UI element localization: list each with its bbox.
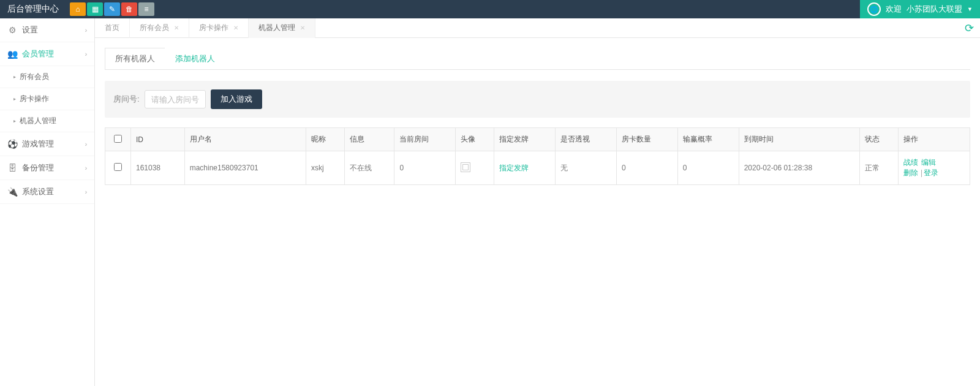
sub-label: 所有会员 bbox=[20, 72, 49, 82]
cell-status: 正常 bbox=[859, 151, 898, 185]
th-win-rate: 输赢概率 bbox=[677, 128, 739, 151]
sub-tab-all-robots[interactable]: 所有机器人 bbox=[105, 48, 165, 69]
sub-tab-add-robot[interactable]: 添加机器人 bbox=[165, 48, 225, 69]
chevron-right-icon: › bbox=[85, 189, 87, 195]
grid-button[interactable]: ▦ bbox=[87, 2, 103, 16]
cell-info: 不在线 bbox=[344, 151, 394, 185]
sub-label: 机器人管理 bbox=[20, 116, 56, 126]
close-icon[interactable]: ✕ bbox=[233, 25, 238, 31]
cell-expire: 2020-02-06 01:28:38 bbox=[739, 151, 859, 185]
broken-image-icon bbox=[461, 162, 470, 172]
username: 小苏团队大联盟 bbox=[907, 4, 962, 15]
cell-assign-card: 指定发牌 bbox=[494, 151, 556, 185]
tab-all-members[interactable]: 所有会员 ✕ bbox=[130, 18, 189, 38]
sidebar-item-members[interactable]: 👥 会员管理 › bbox=[0, 42, 94, 66]
cogs-icon: ⚙ bbox=[7, 25, 17, 35]
tab-strip: 首页 所有会员 ✕ 房卡操作 ✕ 机器人管理 ✕ ⟳ bbox=[95, 18, 980, 38]
sidebar-label: 会员管理 bbox=[22, 48, 54, 59]
assign-card-link[interactable]: 指定发牌 bbox=[499, 164, 529, 172]
ball-icon: ⚽ bbox=[7, 139, 17, 149]
row-checkbox[interactable] bbox=[114, 163, 122, 171]
th-avatar: 头像 bbox=[456, 128, 494, 151]
header-right: 🌐 欢迎 小苏团队大联盟 ▼ bbox=[860, 0, 980, 18]
cell-avatar bbox=[456, 151, 494, 185]
sub-tabs: 所有机器人 添加机器人 bbox=[105, 48, 970, 70]
close-icon[interactable]: ✕ bbox=[300, 25, 305, 31]
th-assign-card: 指定发牌 bbox=[494, 128, 556, 151]
th-current-room: 当前房间 bbox=[394, 128, 456, 151]
chevron-right-icon: › bbox=[85, 27, 87, 34]
brand-title: 后台管理中心 bbox=[0, 4, 66, 15]
edit-button[interactable]: ✎ bbox=[104, 2, 120, 16]
sidebar-label: 系统设置 bbox=[22, 186, 54, 197]
tab-robot-mgmt[interactable]: 机器人管理 ✕ bbox=[249, 18, 315, 38]
sub-label: 房卡操作 bbox=[20, 94, 49, 104]
th-ops: 操作 bbox=[898, 128, 970, 151]
select-all-checkbox[interactable] bbox=[114, 135, 122, 143]
chevron-right-icon: › bbox=[85, 165, 87, 172]
caret-right-icon: ▸ bbox=[13, 118, 16, 124]
tab-home[interactable]: 首页 bbox=[95, 18, 130, 38]
th-card-count: 房卡数量 bbox=[616, 128, 677, 151]
th-info: 信息 bbox=[344, 128, 394, 151]
sidebar: ⚙ 设置 › 👥 会员管理 › ▸ 所有会员 ▸ 房卡操作 ▸ 机器人管理 ⚽ bbox=[0, 18, 95, 386]
cell-current-room: 0 bbox=[394, 151, 456, 185]
tabs: 首页 所有会员 ✕ 房卡操作 ✕ 机器人管理 ✕ bbox=[95, 18, 315, 38]
th-xray: 是否透视 bbox=[556, 128, 617, 151]
header-left: 后台管理中心 ⌂ ▦ ✎ 🗑 ≡ bbox=[0, 2, 154, 16]
home-button[interactable]: ⌂ bbox=[70, 2, 86, 16]
table-row: 161038 machine1580923701 xskj 不在线 0 指定发牌… bbox=[105, 151, 970, 185]
sidebar-sub-all-members[interactable]: ▸ 所有会员 bbox=[0, 66, 94, 88]
cell-xray: 无 bbox=[556, 151, 617, 185]
th-expire: 到期时间 bbox=[739, 128, 859, 151]
room-input[interactable] bbox=[145, 90, 206, 108]
join-game-button[interactable]: 加入游戏 bbox=[211, 89, 262, 109]
chevron-right-icon: › bbox=[85, 51, 87, 58]
sidebar-item-settings[interactable]: ⚙ 设置 › bbox=[0, 18, 94, 42]
tab-label: 机器人管理 bbox=[258, 23, 295, 33]
chevron-right-icon: › bbox=[85, 141, 87, 148]
cell-card-count: 0 bbox=[616, 151, 677, 185]
plug-icon: 🔌 bbox=[7, 187, 17, 197]
th-username: 用户名 bbox=[184, 128, 306, 151]
cell-ops: 战绩 编辑 删除|登录 bbox=[898, 151, 970, 185]
sidebar-item-game[interactable]: ⚽ 游戏管理 › bbox=[0, 132, 94, 156]
list-button[interactable]: ≡ bbox=[138, 2, 154, 16]
globe-icon: 🌐 bbox=[867, 2, 881, 16]
header-toolbar: ⌂ ▦ ✎ 🗑 ≡ bbox=[70, 2, 154, 16]
op-login[interactable]: 登录 bbox=[924, 168, 938, 177]
tab-label: 首页 bbox=[105, 23, 119, 33]
op-edit[interactable]: 编辑 bbox=[921, 158, 936, 167]
layout: ⚙ 设置 › 👥 会员管理 › ▸ 所有会员 ▸ 房卡操作 ▸ 机器人管理 ⚽ bbox=[0, 18, 980, 386]
sidebar-item-system[interactable]: 🔌 系统设置 › bbox=[0, 180, 94, 204]
th-status: 状态 bbox=[859, 128, 898, 151]
sidebar-sub-card-ops[interactable]: ▸ 房卡操作 bbox=[0, 88, 94, 110]
close-icon[interactable]: ✕ bbox=[174, 25, 179, 31]
sidebar-sub-robot-mgmt[interactable]: ▸ 机器人管理 bbox=[0, 110, 94, 132]
sidebar-item-backup[interactable]: 🗄 备份管理 › bbox=[0, 156, 94, 180]
user-menu[interactable]: 🌐 欢迎 小苏团队大联盟 ▼ bbox=[860, 0, 980, 18]
robot-table: ID 用户名 昵称 信息 当前房间 头像 指定发牌 是否透视 房卡数量 输赢概率… bbox=[105, 127, 970, 185]
tab-label: 所有会员 bbox=[140, 23, 169, 33]
th-nickname: 昵称 bbox=[306, 128, 344, 151]
database-icon: 🗄 bbox=[7, 163, 17, 173]
tab-label: 房卡操作 bbox=[199, 23, 228, 33]
tab-card-ops[interactable]: 房卡操作 ✕ bbox=[189, 18, 249, 38]
delete-button[interactable]: 🗑 bbox=[121, 2, 137, 16]
separator: | bbox=[921, 168, 922, 177]
welcome-prefix: 欢迎 bbox=[886, 4, 902, 15]
cell-win-rate: 0 bbox=[677, 151, 739, 185]
th-id: ID bbox=[131, 128, 185, 151]
cell-username: machine1580923701 bbox=[184, 151, 306, 185]
sidebar-label: 设置 bbox=[22, 25, 38, 36]
op-record[interactable]: 战绩 bbox=[903, 158, 918, 167]
top-header: 后台管理中心 ⌂ ▦ ✎ 🗑 ≡ 🌐 欢迎 小苏团队大联盟 ▼ bbox=[0, 0, 980, 18]
filter-bar: 房间号: 加入游戏 bbox=[105, 81, 970, 118]
caret-right-icon: ▸ bbox=[13, 74, 16, 80]
op-delete[interactable]: 删除 bbox=[903, 168, 918, 177]
users-icon: 👥 bbox=[7, 49, 17, 59]
sidebar-label: 游戏管理 bbox=[22, 138, 54, 149]
refresh-icon[interactable]: ⟳ bbox=[965, 21, 974, 35]
caret-right-icon: ▸ bbox=[13, 96, 16, 102]
sidebar-label: 备份管理 bbox=[22, 162, 54, 173]
